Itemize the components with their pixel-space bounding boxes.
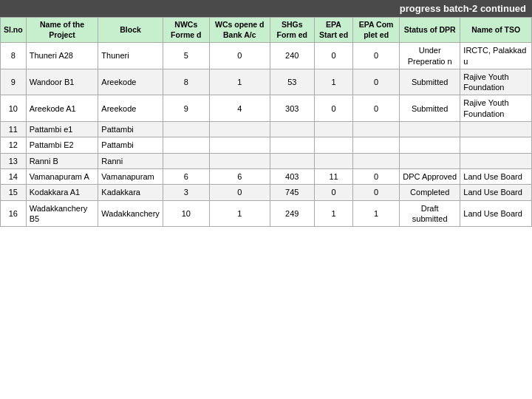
table-cell: Land Use Board <box>460 185 532 200</box>
col-shgs: SHGs Form ed <box>270 18 314 43</box>
table-cell: Kodakkara A1 <box>26 185 98 200</box>
table-row: 16Wadakkanchery B5Wadakkanchery10124911D… <box>1 200 532 227</box>
table-cell <box>314 122 352 137</box>
table-cell: Pattambi e1 <box>26 122 98 137</box>
col-block: Block <box>98 18 163 43</box>
table-cell <box>400 153 460 168</box>
table-cell <box>163 137 209 153</box>
table-cell: 11 <box>1 122 27 137</box>
table-cell: Draft submitted <box>400 200 460 227</box>
table-cell: 15 <box>1 185 27 200</box>
table-cell: 240 <box>270 43 314 69</box>
table-cell: 14 <box>1 168 27 184</box>
table-cell: 1 <box>209 69 270 95</box>
table-cell: 249 <box>270 200 314 227</box>
main-table: Sl.no Name of the Project Block NWCs For… <box>0 17 532 227</box>
table-cell: 9 <box>163 95 209 122</box>
table-cell: 1 <box>209 200 270 227</box>
table-cell: 10 <box>1 95 27 122</box>
table-cell <box>209 137 270 153</box>
table-cell: 16 <box>1 200 27 227</box>
table-cell <box>163 122 209 137</box>
table-cell: 0 <box>314 43 352 69</box>
table-cell <box>460 153 532 168</box>
table-row: 12Pattambi E2Pattambi <box>1 137 532 153</box>
table-cell: Vamanapuram A <box>26 168 98 184</box>
table-cell: Rajive Youth Foundation <box>460 95 532 122</box>
col-epa-com: EPA Com plet ed <box>353 18 400 43</box>
table-cell: Submitted <box>400 69 460 95</box>
table-cell: 403 <box>270 168 314 184</box>
table-cell: 11 <box>314 168 352 184</box>
table-cell: 6 <box>209 168 270 184</box>
table-cell: 53 <box>270 69 314 95</box>
table-cell <box>400 122 460 137</box>
col-status: Status of DPR <box>400 18 460 43</box>
table-cell: 10 <box>163 200 209 227</box>
table-cell <box>400 137 460 153</box>
table-cell <box>270 137 314 153</box>
table-cell: 0 <box>314 185 352 200</box>
table-row: 11Pattambi e1Pattambi <box>1 122 532 137</box>
table-cell: 4 <box>209 95 270 122</box>
table-cell <box>270 153 314 168</box>
table-cell: 8 <box>1 43 27 69</box>
table-cell: Areekode <box>98 95 163 122</box>
table-row: 13Ranni BRanni <box>1 153 532 168</box>
table-cell: Land Use Board <box>460 200 532 227</box>
table-cell: Ranni B <box>26 153 98 168</box>
table-cell <box>209 153 270 168</box>
table-cell: 0 <box>353 168 400 184</box>
table-cell: 0 <box>209 43 270 69</box>
table-cell: 3 <box>163 185 209 200</box>
table-row: 15Kodakkara A1Kadakkara3074500CompletedL… <box>1 185 532 200</box>
table-cell: 0 <box>353 43 400 69</box>
table-cell: 0 <box>353 95 400 122</box>
table-cell: 303 <box>270 95 314 122</box>
col-slno: Sl.no <box>1 18 27 43</box>
table-cell: DPC Approved <box>400 168 460 184</box>
table-cell <box>209 122 270 137</box>
table-cell: Under Preperatio n <box>400 43 460 69</box>
table-cell: Vamanapuram <box>98 168 163 184</box>
table-cell: Wadakkanchery <box>98 200 163 227</box>
table-cell: 1 <box>314 200 352 227</box>
table-cell <box>163 153 209 168</box>
page-title: progress batch-2 continued <box>0 0 532 17</box>
table-cell: 12 <box>1 137 27 153</box>
table-cell: 745 <box>270 185 314 200</box>
col-name: Name of the Project <box>26 18 98 43</box>
table-row: 8Thuneri A28Thuneri5024000Under Preperat… <box>1 43 532 69</box>
table-cell: 5 <box>163 43 209 69</box>
table-row: 10Areekode A1Areekode9430300SubmittedRaj… <box>1 95 532 122</box>
col-nwcs: NWCs Forme d <box>163 18 209 43</box>
table-cell: 0 <box>353 185 400 200</box>
table-cell: 0 <box>314 95 352 122</box>
table-cell: Pattambi <box>98 137 163 153</box>
table-cell: Completed <box>400 185 460 200</box>
table-cell: Thuneri A28 <box>26 43 98 69</box>
table-cell: Ranni <box>98 153 163 168</box>
table-cell: Areekode <box>98 69 163 95</box>
table-cell: Pattambi E2 <box>26 137 98 153</box>
table-cell: Pattambi <box>98 122 163 137</box>
table-cell: Thuneri <box>98 43 163 69</box>
table-cell: 0 <box>353 69 400 95</box>
table-cell: 8 <box>163 69 209 95</box>
col-epa-start: EPA Start ed <box>314 18 352 43</box>
col-tso: Name of TSO <box>460 18 532 43</box>
table-cell: Land Use Board <box>460 168 532 184</box>
col-wcs: WCs opene d Bank A/c <box>209 18 270 43</box>
table-cell: 13 <box>1 153 27 168</box>
table-cell: 0 <box>209 185 270 200</box>
table-cell: Areekode A1 <box>26 95 98 122</box>
table-cell <box>460 122 532 137</box>
table-cell: Wandoor B1 <box>26 69 98 95</box>
table-cell <box>314 153 352 168</box>
table-cell: IRCTC, Palakkad u <box>460 43 532 69</box>
table-cell <box>353 153 400 168</box>
table-cell: Kadakkara <box>98 185 163 200</box>
table-cell: 6 <box>163 168 209 184</box>
table-cell <box>353 137 400 153</box>
table-cell: 1 <box>353 200 400 227</box>
